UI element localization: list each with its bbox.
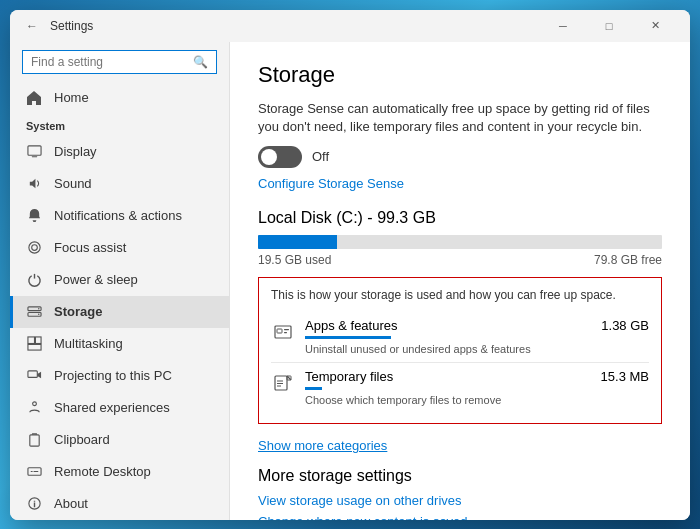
configure-storage-sense-link[interactable]: Configure Storage Sense [258, 176, 404, 191]
sidebar-item-about[interactable]: About [10, 488, 229, 520]
sidebar-item-sound[interactable]: Sound [10, 168, 229, 200]
sidebar-item-shared[interactable]: Shared experiences [10, 392, 229, 424]
projecting-icon [26, 368, 42, 384]
sidebar-projecting-label: Projecting to this PC [54, 368, 172, 383]
sidebar-sound-label: Sound [54, 176, 92, 191]
sidebar-about-label: About [54, 496, 88, 511]
settings-window: ← Settings ─ □ ✕ 🔍 Home System [10, 10, 690, 520]
sidebar-item-projecting[interactable]: Projecting to this PC [10, 360, 229, 392]
shared-icon [26, 400, 42, 416]
temp-item-name: Temporary files [305, 369, 393, 384]
sidebar-multitasking-label: Multitasking [54, 336, 123, 351]
sidebar-notifications-label: Notifications & actions [54, 208, 182, 223]
storage-sense-desc: Storage Sense can automatically free up … [258, 100, 662, 136]
bell-icon [26, 208, 42, 224]
disk-used-label: 19.5 GB used [258, 253, 331, 267]
apps-item-name: Apps & features [305, 318, 398, 333]
disk-title: Local Disk (C:) - 99.3 GB [258, 209, 662, 227]
display-icon [26, 144, 42, 160]
main-content: Storage Storage Sense can automatically … [230, 42, 690, 520]
toggle-knob [261, 149, 277, 165]
page-title: Storage [258, 62, 662, 88]
svg-rect-18 [284, 329, 289, 330]
multitasking-icon [26, 336, 42, 352]
sidebar-item-display[interactable]: Display [10, 136, 229, 168]
disk-free-label: 79.8 GB free [594, 253, 662, 267]
power-icon [26, 272, 42, 288]
back-button[interactable]: ← [22, 16, 42, 36]
sidebar-item-focus[interactable]: Focus assist [10, 232, 229, 264]
sidebar-display-label: Display [54, 144, 97, 159]
svg-point-7 [37, 314, 39, 316]
svg-rect-1 [31, 156, 37, 157]
window-controls: ─ □ ✕ [540, 10, 678, 42]
content-area: 🔍 Home System Display [10, 42, 690, 520]
svg-point-6 [37, 308, 39, 310]
home-icon [26, 90, 42, 106]
sidebar-item-multitasking[interactable]: Multitasking [10, 328, 229, 360]
sidebar-item-power[interactable]: Power & sleep [10, 264, 229, 296]
svg-rect-19 [284, 332, 287, 333]
sidebar: 🔍 Home System Display [10, 42, 230, 520]
temp-item-content: Temporary files 15.3 MB Choose which tem… [305, 369, 649, 407]
svg-point-12 [32, 402, 36, 406]
search-icon: 🔍 [193, 55, 208, 69]
sidebar-section-system: System [10, 114, 229, 136]
sidebar-remote-label: Remote Desktop [54, 464, 151, 479]
titlebar: ← Settings ─ □ ✕ [10, 10, 690, 42]
sidebar-focus-label: Focus assist [54, 240, 126, 255]
temp-item-bar [305, 387, 322, 390]
sidebar-home-label: Home [54, 90, 89, 105]
svg-point-3 [28, 242, 39, 253]
sidebar-item-clipboard[interactable]: Clipboard [10, 424, 229, 456]
apps-item-content: Apps & features 1.38 GB Uninstall unused… [305, 318, 649, 356]
sidebar-shared-label: Shared experiences [54, 400, 170, 415]
apps-item-size: 1.38 GB [601, 318, 649, 333]
temp-item-size: 15.3 MB [601, 369, 649, 384]
svg-rect-9 [35, 337, 41, 344]
sidebar-clipboard-label: Clipboard [54, 432, 110, 447]
storage-usage-link[interactable]: View storage usage on other drives [258, 493, 662, 508]
svg-point-2 [31, 245, 37, 251]
sidebar-item-remote[interactable]: Remote Desktop [10, 456, 229, 488]
storage-icon [26, 304, 42, 320]
sidebar-power-label: Power & sleep [54, 272, 138, 287]
sound-icon [26, 176, 42, 192]
app-title: Settings [50, 19, 540, 33]
svg-rect-13 [29, 435, 38, 446]
temp-icon [271, 371, 295, 395]
sidebar-item-notifications[interactable]: Notifications & actions [10, 200, 229, 232]
sidebar-item-storage[interactable]: Storage [10, 296, 229, 328]
svg-rect-10 [27, 344, 40, 350]
show-more-link[interactable]: Show more categories [258, 438, 387, 453]
search-input[interactable] [31, 55, 193, 69]
apps-icon [271, 320, 295, 344]
temp-storage-item[interactable]: Temporary files 15.3 MB Choose which tem… [271, 362, 649, 413]
storage-sense-toggle[interactable] [258, 146, 302, 168]
apps-storage-item[interactable]: Apps & features 1.38 GB Uninstall unused… [271, 312, 649, 362]
maximize-button[interactable]: □ [586, 10, 632, 42]
apps-item-sub: Uninstall unused or undesired apps & fea… [305, 343, 531, 355]
sidebar-storage-label: Storage [54, 304, 102, 319]
close-button[interactable]: ✕ [632, 10, 678, 42]
disk-bar-container [258, 235, 662, 249]
about-icon [26, 496, 42, 512]
svg-rect-11 [27, 371, 36, 378]
remote-icon [26, 464, 42, 480]
sidebar-item-home[interactable]: Home [10, 82, 229, 114]
search-box[interactable]: 🔍 [22, 50, 217, 74]
minimize-button[interactable]: ─ [540, 10, 586, 42]
focus-icon [26, 240, 42, 256]
temp-item-sub: Choose which temporary files to remove [305, 394, 501, 406]
toggle-label: Off [312, 149, 329, 164]
new-content-link[interactable]: Change where new content is saved [258, 514, 662, 520]
storage-info-box: This is how your storage is used and how… [258, 277, 662, 424]
clipboard-icon [26, 432, 42, 448]
more-settings-title: More storage settings [258, 467, 662, 485]
svg-rect-17 [277, 329, 282, 333]
storage-sense-toggle-row: Off [258, 146, 662, 168]
disk-labels: 19.5 GB used 79.8 GB free [258, 253, 662, 267]
svg-rect-0 [27, 146, 40, 155]
apps-item-bar [305, 336, 391, 339]
storage-info-desc: This is how your storage is used and how… [271, 288, 649, 302]
